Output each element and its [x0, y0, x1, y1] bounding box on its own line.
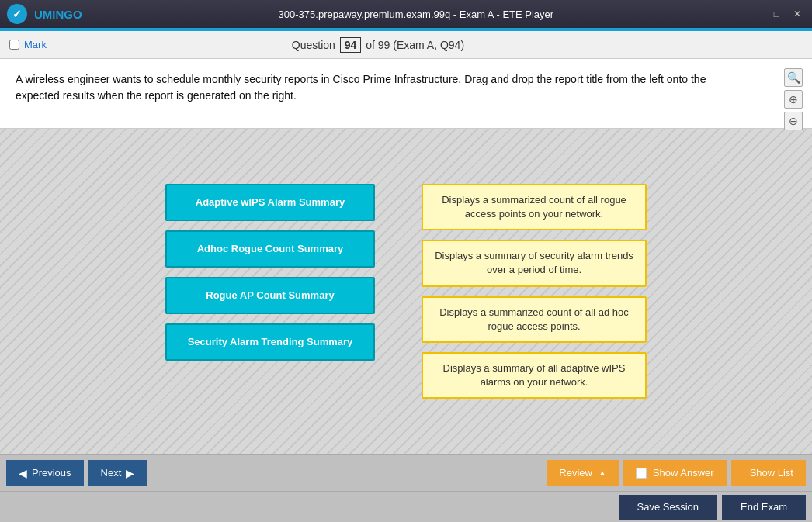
titlebar-left: ✓ UMINGO: [6, 3, 82, 25]
drop-item-3[interactable]: Displays a summarized count of all ad ho…: [422, 296, 647, 343]
zoom-in-icon[interactable]: ⊕: [784, 90, 803, 109]
question-label: Question: [292, 39, 335, 51]
titlebar-title: 300-375.prepaway.premium.exam.99q - Exam…: [82, 9, 750, 20]
next-arrow-icon: ▶: [126, 467, 134, 479]
drag-item-security[interactable]: Security Alarm Trending Summary: [165, 323, 375, 361]
logo-text: UMINGO: [34, 8, 82, 21]
mark-label[interactable]: Mark: [9, 39, 47, 50]
question-of: of 99 (Exam A, Q94): [366, 39, 464, 51]
zoom-out-icon[interactable]: ⊖: [784, 112, 803, 130]
right-column: Displays a summarized count of all rogue…: [422, 184, 647, 399]
mark-text: Mark: [24, 39, 47, 50]
drop-item-4[interactable]: Displays a summary of all adaptive wIPS …: [422, 352, 647, 399]
question-text: A wireless engineer wants to schedule mo…: [16, 71, 745, 104]
end-exam-button[interactable]: End Exam: [722, 495, 806, 520]
drag-item-adhoc[interactable]: Adhoc Rogue Count Summary: [165, 230, 375, 268]
show-list-button[interactable]: Show List: [731, 460, 806, 486]
search-icon[interactable]: 🔍: [784, 68, 803, 87]
action-bar: Save Session End Exam: [0, 491, 812, 522]
maximize-button[interactable]: □: [769, 7, 784, 21]
drag-item-rogue-ap[interactable]: Rogue AP Count Summary: [165, 277, 375, 314]
review-button[interactable]: Review ▲: [547, 460, 619, 486]
titlebar-controls[interactable]: _ □ ✕: [750, 7, 806, 21]
previous-arrow-icon: ◀: [19, 467, 27, 479]
titlebar: ✓ UMINGO 300-375.prepaway.premium.exam.9…: [0, 0, 812, 28]
question-area: A wireless engineer wants to schedule mo…: [0, 59, 812, 129]
previous-button[interactable]: ◀ Previous: [6, 460, 84, 486]
left-column: Adaptive wIPS Alarm Summary Adhoc Rogue …: [165, 184, 375, 361]
review-arrow-icon: ▲: [599, 468, 606, 477]
drag-item-adaptive[interactable]: Adaptive wIPS Alarm Summary: [165, 184, 375, 221]
save-session-button[interactable]: Save Session: [619, 495, 718, 520]
dnd-container: Adaptive wIPS Alarm Summary Adhoc Rogue …: [165, 184, 647, 399]
vumingo-logo: ✓: [6, 3, 28, 25]
close-button[interactable]: ✕: [789, 7, 806, 21]
drop-item-2[interactable]: Displays a summary of security alarm tre…: [422, 240, 647, 286]
toolbar: Mark Question 94 of 99 (Exam A, Q94): [0, 31, 812, 59]
question-number: 94: [340, 37, 362, 53]
show-answer-button[interactable]: Show Answer: [623, 460, 727, 486]
show-answer-checkbox-icon: [636, 468, 647, 479]
bottom-bar: ◀ Previous Next ▶ Review ▲ Show Answer S…: [0, 454, 812, 491]
svg-text:✓: ✓: [12, 8, 22, 20]
next-button[interactable]: Next ▶: [88, 460, 147, 486]
minimize-button[interactable]: _: [750, 7, 765, 21]
mark-checkbox[interactable]: [9, 40, 19, 50]
zoom-controls[interactable]: 🔍 ⊕ ⊖: [784, 68, 803, 130]
drop-item-1[interactable]: Displays a summarized count of all rogue…: [422, 184, 647, 230]
question-info: Question 94 of 99 (Exam A, Q94): [292, 37, 464, 53]
main-content: Adaptive wIPS Alarm Summary Adhoc Rogue …: [0, 129, 812, 454]
